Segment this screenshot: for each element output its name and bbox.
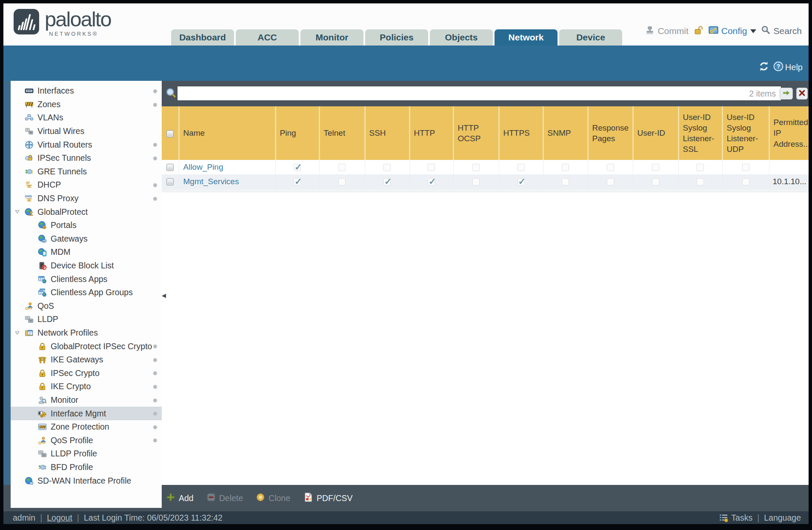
sidebar-item-dns-proxy[interactable]: DNSDNS Proxy [11, 192, 162, 205]
select-all-checkbox[interactable] [166, 130, 174, 137]
expander-triangle-icon[interactable] [14, 330, 21, 336]
column-header-user-id-syslog-listener-ssl[interactable]: User-ID Syslog Listener-SSL [678, 106, 722, 160]
profile-name-link[interactable]: Allow_Ping [179, 160, 275, 174]
sidebar-item-network-profiles[interactable]: Network Profiles [11, 326, 162, 340]
config-label: Config [721, 26, 747, 36]
filter-input[interactable] [177, 86, 781, 100]
sidebar-item-globalprotect[interactable]: GlobalProtect [11, 205, 162, 219]
gre-tunnels-icon [25, 167, 34, 176]
profile-name-link[interactable]: Mgmt_Services [179, 174, 275, 189]
sdwan-interface-profile-icon [25, 476, 34, 485]
service-cell-ping [275, 160, 319, 174]
sidebar-item-monitor[interactable]: Monitor [11, 393, 162, 407]
sidebar-item-mdm[interactable]: MDM [11, 245, 162, 259]
row-select-checkbox[interactable] [166, 164, 174, 171]
workspace: AddDeleteClonePDF/CSV InterfacesZonesVLA… [3, 81, 809, 511]
tab-objects[interactable]: Objects [430, 29, 493, 46]
config-status-dot [153, 439, 157, 442]
dns-proxy-icon: DNS [25, 194, 34, 203]
sidebar-item-label: DNS Proxy [37, 194, 152, 203]
sidebar-item-bfd-profile[interactable]: BFD Profile [11, 461, 162, 474]
tab-acc[interactable]: ACC [236, 29, 299, 46]
sidebar-item-zone-protection[interactable]: Zone Protection [11, 420, 162, 434]
lldp-icon [38, 449, 47, 458]
sidebar-item-virtual-routers[interactable]: Virtual Routers [11, 138, 162, 151]
sidebar-item-label: IPSec Tunnels [37, 153, 152, 163]
column-header-ssh[interactable]: SSH [365, 106, 409, 160]
tab-monitor[interactable]: Monitor [300, 29, 363, 46]
sidebar-item-ipsec-tunnels[interactable]: IPSec Tunnels [11, 151, 162, 165]
apply-filter-button[interactable] [780, 88, 793, 100]
tab-device[interactable]: Device [559, 29, 622, 46]
sidebar-item-lldp-profile[interactable]: LLDP Profile [11, 447, 162, 461]
pdf-csv-button[interactable]: PDF/CSV [303, 492, 353, 504]
column-header-name[interactable]: Name [179, 106, 275, 160]
column-header-ping[interactable]: Ping [275, 106, 319, 160]
sidebar-item-sd-wan-interface-profile[interactable]: SD-WAN Interface Profile [11, 474, 162, 487]
config-menu[interactable]: Config [708, 25, 757, 37]
sidebar-item-globalprotect-ipsec-crypto[interactable]: GlobalProtect IPSec Crypto [11, 339, 162, 353]
lock-icon[interactable] [693, 25, 703, 37]
tab-policies[interactable]: Policies [365, 29, 428, 46]
column-header-snmp[interactable]: SNMP [543, 106, 588, 160]
sidebar-item-interface-mgmt[interactable]: Interface Mgmt [11, 407, 162, 420]
help-link[interactable]: ? Help [773, 61, 803, 74]
tasks-button[interactable]: Tasks [731, 513, 752, 523]
clone-button[interactable]: Clone [256, 493, 290, 504]
permitted-ip-cell: 10.1.10... [769, 174, 809, 189]
column-header-user-id[interactable]: User-ID [633, 106, 678, 160]
dhcp-icon: IP [25, 180, 34, 189]
help-icon: ? [773, 61, 783, 74]
service-cell-http [409, 174, 453, 189]
global-search-button[interactable]: Search [761, 25, 802, 37]
red-x-icon [798, 89, 806, 98]
sidebar-item-ike-gateways[interactable]: IKE Gateways [11, 353, 162, 367]
service-cell-user-id [633, 174, 678, 189]
sidebar-item-gateways[interactable]: Gateways [11, 232, 162, 246]
column-header-https[interactable]: HTTPS [499, 106, 543, 160]
config-icon [708, 25, 719, 37]
sidebar-item-interfaces[interactable]: Interfaces [11, 84, 162, 98]
commit-button[interactable]: Commit [645, 25, 688, 37]
interface-mgmt-profiles-table: NamePingTelnetSSHHTTPHTTP OCSPHTTPSSNMPR… [162, 106, 809, 189]
sidebar-item-device-block-list[interactable]: Device Block List [11, 259, 162, 273]
clear-filter-button[interactable] [796, 88, 808, 100]
sidebar-item-qos[interactable]: QoSQoS [11, 299, 162, 313]
unchecked-checkbox-icon [562, 178, 569, 185]
column-header-user-id-syslog-listener-udp[interactable]: User-ID Syslog Listener-UDP [722, 106, 769, 160]
column-header-response-pages[interactable]: Response Pages [588, 106, 633, 160]
logout-link[interactable]: Logout [47, 513, 72, 523]
tab-dashboard[interactable]: Dashboard [171, 29, 234, 46]
sidebar-item-ike-crypto[interactable]: IKE Crypto [11, 380, 162, 393]
sidebar-item-label: Zones [37, 100, 152, 109]
lock-icon [38, 382, 47, 391]
config-status-dot [153, 157, 157, 160]
config-status-dot [153, 385, 157, 389]
column-header-permitted-ip-address[interactable]: Permitted IP Address... [769, 106, 809, 160]
sidebar-item-portals[interactable]: Portals [11, 219, 162, 232]
sidebar-item-lldp[interactable]: LLDP [11, 313, 162, 326]
sidebar-item-dhcp[interactable]: IPDHCP [11, 178, 162, 192]
sidebar-item-clientless-apps[interactable]: Clientless Apps [11, 272, 162, 286]
sidebar-item-virtual-wires[interactable]: Virtual Wires [11, 125, 162, 138]
sidebar-item-gre-tunnels[interactable]: GRE Tunnels [11, 165, 162, 179]
tab-network[interactable]: Network [495, 29, 558, 46]
language-button[interactable]: Language [764, 513, 801, 523]
refresh-icon[interactable] [758, 61, 769, 74]
sidebar-item-vlans[interactable]: VLANs [11, 111, 162, 125]
sidebar-item-ipsec-crypto[interactable]: IPSec Crypto [11, 366, 162, 380]
sidebar-item-qos-profile[interactable]: QoSQoS Profile [11, 433, 162, 447]
delete-button[interactable]: Delete [206, 493, 243, 504]
column-header-http[interactable]: HTTP [409, 106, 453, 160]
column-header-telnet[interactable]: Telnet [319, 106, 365, 160]
sidebar-collapse-handle[interactable]: ◀ [162, 293, 166, 298]
service-cell-ssh [365, 174, 409, 189]
paloalto-logo-icon [14, 9, 39, 34]
add-button[interactable]: Add [166, 493, 194, 504]
logo-text: paloalto NETWORKS® [45, 9, 111, 37]
column-header-http-ocsp[interactable]: HTTP OCSP [453, 106, 499, 160]
sidebar-item-clientless-app-groups[interactable]: Clientless App Groups [11, 286, 162, 299]
row-select-checkbox[interactable] [166, 178, 174, 185]
sidebar-item-zones[interactable]: Zones [11, 98, 162, 111]
expander-triangle-icon[interactable] [14, 208, 21, 215]
